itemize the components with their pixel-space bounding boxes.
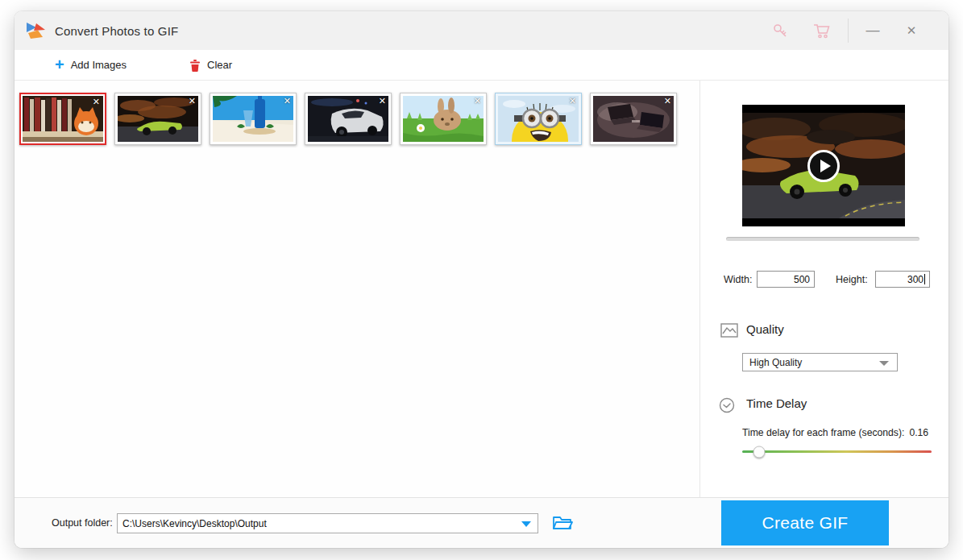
close-icon[interactable]: ✕ (379, 97, 386, 106)
quality-dropdown[interactable]: High Quality (742, 353, 898, 371)
thumbnail-silver-car[interactable]: ✕ (305, 93, 392, 145)
browse-folder-icon[interactable] (552, 514, 573, 532)
close-icon[interactable]: ✕ (93, 97, 100, 106)
thumbnail-image (498, 96, 579, 142)
plus-icon: + (55, 56, 64, 73)
thumbnail-image (213, 96, 293, 142)
window-title: Convert Photos to GIF (55, 24, 178, 38)
content-area: ✕ ✕ (15, 81, 948, 497)
time-delay-section-label: Time Delay (746, 396, 807, 410)
close-icon[interactable]: ✕ (569, 97, 576, 106)
close-icon[interactable]: ✕ (664, 97, 671, 106)
create-gif-button[interactable]: Create GIF (721, 500, 889, 545)
thumbnail-image (23, 96, 103, 142)
settings-panel: Width: 500 Height: 300 Quality High Qual… (699, 81, 948, 497)
app-logo-icon (24, 21, 47, 40)
close-button[interactable]: ✕ (892, 15, 931, 47)
minimize-button[interactable]: — (853, 15, 892, 47)
add-images-label: Add Images (71, 59, 127, 71)
thumbnail-bottle-beach[interactable]: ✕ (210, 93, 297, 145)
preview-player[interactable] (742, 105, 905, 226)
titlebar-separator (848, 19, 849, 43)
height-label: Height: (836, 274, 868, 285)
clear-label: Clear (207, 59, 232, 71)
shopping-cart-icon[interactable] (801, 15, 843, 47)
close-icon[interactable]: ✕ (189, 97, 196, 106)
text-caret (924, 274, 925, 284)
thumbnail-image (118, 96, 198, 142)
play-icon[interactable] (807, 150, 840, 182)
time-delay-icon (719, 397, 735, 413)
output-folder-combobox[interactable]: C:\Users\Kevincy\Desktop\Output (117, 513, 538, 533)
quality-section-label: Quality (746, 322, 784, 336)
size-controls: Width: 500 Height: 300 (700, 271, 948, 288)
titlebar: Convert Photos to GIF — ✕ (15, 11, 948, 50)
thumbnail-laptops[interactable]: ✕ (590, 93, 677, 145)
trash-icon (189, 59, 201, 72)
thumbnail-books-plush[interactable]: ✕ (19, 93, 106, 145)
height-input[interactable]: 300 (875, 271, 930, 288)
clear-button[interactable]: Clear (189, 59, 232, 72)
width-input[interactable]: 500 (757, 271, 815, 288)
quality-image-icon (720, 323, 738, 338)
time-delay-slider-thumb[interactable] (753, 446, 766, 458)
time-delay-slider[interactable] (742, 450, 932, 453)
thumbnail-green-car[interactable]: ✕ (114, 93, 201, 145)
output-folder-label: Output folder: (52, 517, 113, 529)
app-window: Convert Photos to GIF — ✕ + (15, 11, 948, 548)
thumbnail-image (593, 96, 674, 142)
time-delay-caption: Time delay for each frame (seconds):0.16 (742, 427, 928, 438)
thumbnail-minion[interactable]: ✕ (495, 93, 582, 145)
close-icon[interactable]: ✕ (284, 97, 291, 106)
thumbnail-image (308, 96, 388, 142)
add-images-button[interactable]: + Add Images (55, 57, 127, 73)
register-key-icon[interactable] (759, 15, 801, 47)
chevron-down-icon (879, 361, 889, 366)
thumbnail-rabbit[interactable]: ✕ (400, 93, 487, 145)
close-icon[interactable]: ✕ (474, 97, 481, 106)
preview-scrubber[interactable] (726, 237, 919, 241)
thumbnail-image (403, 96, 484, 142)
width-label: Width: (724, 274, 752, 285)
combo-dropdown-icon[interactable] (521, 521, 531, 527)
thumbnail-strip: ✕ ✕ (19, 93, 677, 145)
toolbar: + Add Images Clear (15, 50, 948, 81)
bottom-bar: Output folder: C:\Users\Kevincy\Desktop\… (15, 497, 948, 548)
time-delay-value: 0.16 (909, 427, 928, 438)
